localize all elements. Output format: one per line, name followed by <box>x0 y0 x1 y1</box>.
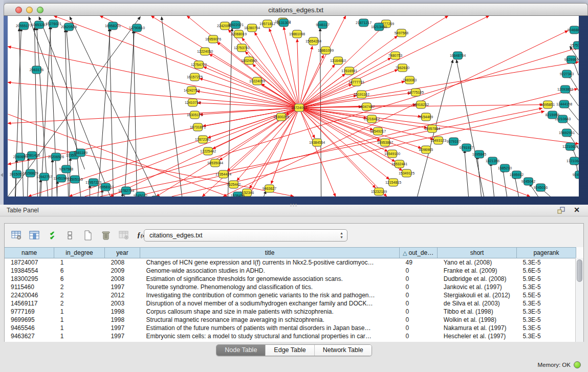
graph-node[interactable] <box>101 183 111 191</box>
graph-node[interactable] <box>562 129 572 137</box>
graph-node[interactable] <box>398 64 407 72</box>
graph-node[interactable] <box>397 29 406 37</box>
graph-node[interactable] <box>234 30 244 38</box>
table-cell[interactable]: 2 <box>54 291 105 299</box>
scrollbar-thumb[interactable] <box>577 259 582 282</box>
splitter-grip[interactable] <box>290 203 297 206</box>
graph-node[interactable] <box>279 19 289 27</box>
graph-node[interactable] <box>190 111 200 119</box>
vertical-scrollbar[interactable] <box>575 258 583 342</box>
graph-node[interactable] <box>566 143 575 150</box>
table-cell[interactable]: 49 <box>399 258 437 267</box>
graph-node[interactable] <box>395 160 404 168</box>
graph-node[interactable] <box>19 22 29 30</box>
table-row[interactable]: 946554611997Estimation of the future num… <box>5 324 576 332</box>
graph-node[interactable] <box>193 123 203 131</box>
table-cell[interactable]: 0 <box>399 308 437 316</box>
graph-node[interactable] <box>500 164 510 172</box>
table-cell[interactable]: Disruption of a novel member of a sodium… <box>140 299 400 308</box>
graph-node[interactable] <box>475 150 484 158</box>
graph-node[interactable] <box>411 89 421 96</box>
column-header-pagerank[interactable]: pagerank <box>516 248 576 258</box>
table-cell[interactable]: 0 <box>399 316 437 324</box>
tab-edge-table[interactable]: Edge Table <box>265 345 314 356</box>
table-cell[interactable]: Genome-wide association studies in ADHD. <box>140 267 400 275</box>
graph-node[interactable] <box>391 52 400 59</box>
table-settings-icon[interactable] <box>10 229 23 242</box>
graph-node[interactable] <box>12 170 21 178</box>
table-cell[interactable]: 5.3E-5 <box>516 299 576 308</box>
graph-node[interactable] <box>313 139 322 146</box>
table-cell[interactable]: Investigating the contribution of common… <box>140 291 400 299</box>
table-cell[interactable]: Estimation of the future numbers of pati… <box>140 324 400 332</box>
table-cell[interactable]: 2012 <box>104 291 140 299</box>
graph-node[interactable] <box>199 136 208 143</box>
table-cell[interactable]: 1998 <box>104 316 140 324</box>
graph-node[interactable] <box>237 44 247 52</box>
table-cell[interactable]: Tourette syndrome. Phenomenology and cla… <box>140 283 400 291</box>
delete-table-icon[interactable] <box>117 229 130 242</box>
graph-node[interactable] <box>558 115 568 123</box>
graph-node[interactable] <box>108 22 118 30</box>
table-row[interactable]: 1872400712008Changes of HCN gene express… <box>5 258 576 267</box>
table-row[interactable]: 2242004622012Investigating the contribut… <box>5 291 576 299</box>
graph-node[interactable] <box>219 170 228 178</box>
column-header-year[interactable]: year <box>104 248 140 258</box>
graph-node[interactable] <box>561 85 570 93</box>
graph-node[interactable] <box>388 150 397 158</box>
graph-node[interactable] <box>221 22 230 30</box>
table-cell[interactable]: 18724007 <box>5 258 54 267</box>
graph-node[interactable] <box>321 47 331 54</box>
table-cell[interactable]: 2008 <box>104 275 140 283</box>
graph-node[interactable] <box>536 184 546 191</box>
table-cell[interactable]: Estimation of significance thresholds fo… <box>140 275 400 283</box>
graph-node[interactable] <box>32 66 41 74</box>
table-cell[interactable]: Corpus callosum shape and size in male p… <box>140 308 400 316</box>
graph-node[interactable] <box>151 196 161 196</box>
network-graph[interactable]: 1872400722420046169590761222405012754702… <box>8 16 579 196</box>
table-cell[interactable]: 1 <box>54 324 105 332</box>
table-cell[interactable]: 9777169 <box>5 308 54 316</box>
graph-node[interactable] <box>359 19 368 27</box>
graph-node[interactable] <box>453 52 463 59</box>
graph-node[interactable] <box>89 179 98 186</box>
graph-node[interactable] <box>362 103 372 111</box>
column-header-in_degree[interactable]: in_degree <box>54 248 105 258</box>
table-cell[interactable]: 6 <box>54 267 105 275</box>
column-header-out_de[interactable]: △ out_de… <box>399 248 437 258</box>
table-cell[interactable]: 0 <box>399 324 437 332</box>
graph-node[interactable] <box>345 67 354 75</box>
table-cell[interactable]: Embryonic stem cells: a model to study s… <box>140 332 400 340</box>
table-cell[interactable]: Stergiakouli et al. (2012) <box>438 291 517 299</box>
graph-node[interactable] <box>318 21 328 29</box>
table-selector-dropdown[interactable]: citations_edges.txt ▲▼ <box>144 229 347 242</box>
table-cell[interactable]: Changes of HCN gene expression and I(f) … <box>140 258 400 267</box>
table-cell[interactable]: 2 <box>54 299 105 308</box>
graph-node[interactable] <box>574 41 579 49</box>
graph-node[interactable] <box>209 35 218 43</box>
table-row[interactable]: 911546021997Tourette syndrome. Phenomeno… <box>5 283 576 291</box>
table-cell[interactable]: 0 <box>399 332 437 340</box>
graph-node[interactable] <box>422 113 431 121</box>
graph-node[interactable] <box>211 159 220 167</box>
table-cell[interactable]: 2008 <box>104 258 140 267</box>
table-cell[interactable]: 0 <box>399 291 437 299</box>
table-cell[interactable]: Structural magnetic resonance image aver… <box>140 316 400 324</box>
table-cell[interactable]: 22420046 <box>5 291 54 299</box>
table-cell[interactable]: 1 <box>54 308 105 316</box>
graph-node[interactable] <box>248 24 257 32</box>
table-cell[interactable]: 5.3E-5 <box>516 258 576 267</box>
table-cell[interactable]: 1 <box>54 332 105 340</box>
table-cell[interactable]: 9699695 <box>5 316 54 324</box>
new-column-icon[interactable] <box>81 229 95 242</box>
table-cell[interactable]: 5.9E-5 <box>516 275 576 283</box>
table-cell[interactable]: 0 <box>399 275 437 283</box>
graph-node[interactable] <box>57 174 66 182</box>
graph-node[interactable] <box>71 176 80 183</box>
graph-node[interactable] <box>357 91 366 98</box>
graph-node[interactable] <box>229 181 238 188</box>
tab-network-table[interactable]: Network Table <box>314 345 372 356</box>
table-cell[interactable]: 1997 <box>104 283 140 291</box>
graph-node[interactable] <box>567 56 576 63</box>
collapse-arrow-icon[interactable] <box>1 173 3 177</box>
